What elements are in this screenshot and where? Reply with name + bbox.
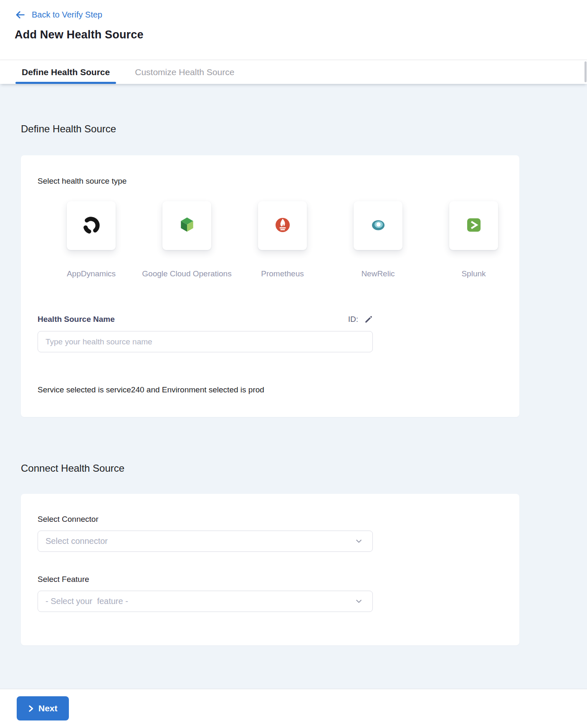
chevron-down-icon bbox=[355, 538, 362, 545]
scrollbar-thumb[interactable] bbox=[584, 61, 587, 82]
tab-label: Customize Health Source bbox=[135, 67, 234, 77]
health-source-tile-google-cloud-operations[interactable] bbox=[162, 201, 211, 250]
connector-select-value: Select connector bbox=[46, 536, 108, 546]
connector-select[interactable]: Select connector bbox=[38, 531, 373, 552]
back-link[interactable]: Back to Verify Step bbox=[15, 9, 102, 20]
next-button[interactable]: Next bbox=[17, 696, 69, 720]
tab-customize-health-source[interactable]: Customize Health Source bbox=[129, 60, 240, 84]
select-feature-label: Select Feature bbox=[38, 574, 503, 585]
chevron-right-icon bbox=[28, 705, 34, 712]
id-label: ID: bbox=[348, 315, 358, 324]
health-source-name-input[interactable] bbox=[38, 331, 373, 352]
select-type-label: Select health source type bbox=[38, 176, 503, 186]
arrow-left-icon bbox=[15, 9, 26, 20]
health-source-tile-splunk[interactable] bbox=[449, 201, 498, 250]
edit-pencil-icon[interactable] bbox=[364, 315, 373, 324]
selection-note: Service selected is service240 and Envir… bbox=[38, 385, 503, 395]
back-link-label: Back to Verify Step bbox=[32, 10, 102, 20]
add-health-source-page: Back to Verify Step Add New Health Sourc… bbox=[0, 0, 587, 728]
health-source-tile-newrelic[interactable] bbox=[354, 201, 402, 250]
active-tab-underline bbox=[15, 82, 116, 84]
define-health-source-card: Select health source type AppDynamics bbox=[21, 155, 519, 417]
id-group: ID: bbox=[348, 315, 373, 324]
define-section-heading: Define Health Source bbox=[21, 123, 587, 135]
health-source-tiles: AppDynamics Google Cloud Operations bbox=[67, 201, 503, 279]
select-connector-label: Select Connector bbox=[38, 514, 503, 525]
feature-select[interactable]: - Select your feature - bbox=[38, 591, 373, 612]
health-source-tile-appdynamics[interactable] bbox=[67, 201, 116, 250]
tile-col-appdynamics: AppDynamics bbox=[67, 201, 116, 279]
content-area: Define Health Source Select health sourc… bbox=[0, 84, 587, 689]
next-button-label: Next bbox=[38, 703, 58, 713]
tile-col-prometheus: Prometheus bbox=[258, 201, 307, 279]
health-source-name-label: Health Source Name bbox=[38, 315, 115, 324]
tile-label: Splunk bbox=[400, 269, 547, 279]
page-title: Add New Health Source bbox=[15, 28, 587, 41]
google-cloud-operations-icon bbox=[175, 213, 199, 238]
chevron-down-icon bbox=[355, 598, 362, 605]
tile-col-newrelic: NewRelic bbox=[354, 201, 402, 279]
tile-col-splunk: Splunk bbox=[449, 201, 498, 279]
tab-label: Define Health Source bbox=[22, 67, 110, 77]
tab-define-health-source[interactable]: Define Health Source bbox=[15, 60, 116, 84]
connect-section-heading: Connect Health Source bbox=[21, 462, 587, 475]
newrelic-icon bbox=[367, 213, 390, 238]
page-header: Back to Verify Step Add New Health Sourc… bbox=[0, 0, 587, 60]
appdynamics-icon bbox=[80, 213, 103, 238]
prometheus-icon bbox=[271, 213, 294, 238]
tile-col-google-cloud-operations: Google Cloud Operations bbox=[162, 201, 211, 279]
connect-health-source-card: Select Connector Select connector Select… bbox=[21, 494, 519, 645]
splunk-icon bbox=[462, 213, 486, 238]
feature-select-value: - Select your feature - bbox=[46, 597, 128, 606]
health-source-tile-prometheus[interactable] bbox=[258, 201, 307, 250]
health-source-name-row: Health Source Name ID: bbox=[38, 313, 373, 326]
tab-bar: Define Health Source Customize Health So… bbox=[0, 60, 587, 84]
footer-bar: Next bbox=[0, 689, 587, 728]
